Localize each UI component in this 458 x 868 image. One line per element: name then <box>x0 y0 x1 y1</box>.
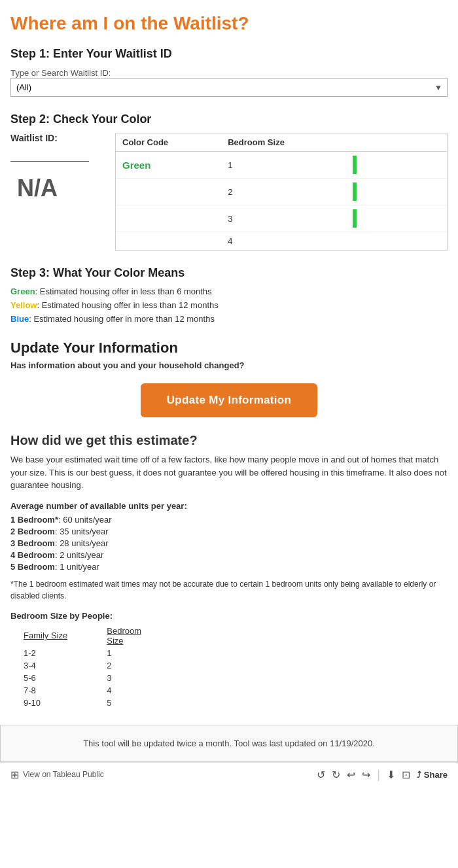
bar-cell <box>346 152 377 179</box>
family-size-header: Family Size <box>10 625 67 647</box>
empty-col2 <box>400 133 423 152</box>
color-bar-indicator <box>353 156 357 174</box>
bedroom-size-cell: 2 <box>67 659 141 672</box>
color-meaning-item: Yellow: Estimated housing offer in less … <box>10 300 448 310</box>
bedroom-size-cell: 3 <box>67 672 141 684</box>
estimate-heading: How did we get this estimate? <box>10 433 448 448</box>
bedroom-table: Family Size Bedroom Size 1-2 1 3-4 2 5-6… <box>10 625 141 709</box>
update-section: Update Your Information Has information … <box>10 339 448 417</box>
unit-item: 1 Bedroom*: 60 units/year <box>10 515 448 525</box>
bedroom-table-row: 1-2 1 <box>10 647 141 659</box>
step3-heading: Step 3: What Your Color Means <box>10 266 448 280</box>
family-size-cell: 3-4 <box>10 659 67 672</box>
bedroom-table-row: 9-10 5 <box>10 697 141 709</box>
empty-td2 <box>400 205 423 232</box>
share-icon: ⤴ <box>417 770 421 780</box>
avg-units-heading: Average number of available units per ye… <box>10 501 448 511</box>
unit-label: 4 Bedroom <box>10 550 55 560</box>
share-label: Share <box>424 770 448 780</box>
empty-td1 <box>377 232 400 251</box>
color-table-wrapper: Color Code Bedroom Size Green 1 2 <box>115 133 448 251</box>
empty-td3 <box>423 232 447 251</box>
download-icon[interactable]: ⬇ <box>387 769 395 781</box>
bedroom-size-cell: 3 <box>221 205 346 232</box>
bedroom-size-header: Bedroom Size <box>221 133 346 152</box>
empty-td2 <box>400 179 423 205</box>
divider-icon: | <box>377 768 380 782</box>
empty-td3 <box>423 179 447 205</box>
unit-value: : 60 units/year <box>58 515 112 525</box>
family-size-cell: 7-8 <box>10 684 67 697</box>
color-meanings: Green: Estimated housing offer in less t… <box>10 286 448 324</box>
empty-col3 <box>423 133 447 152</box>
redo-icon[interactable]: ↻ <box>332 769 340 781</box>
na-display: N/A <box>17 175 115 202</box>
step2-section: Step 2: Check Your Color Waitlist ID: N/… <box>10 113 448 251</box>
color-table-row: 4 <box>116 232 447 251</box>
unit-value: : 2 units/year <box>55 550 103 560</box>
unit-item: 5 Bedroom: 1 unit/year <box>10 562 448 572</box>
bedroom-size-cell: 5 <box>67 697 141 709</box>
undo-icon[interactable]: ↺ <box>317 769 325 781</box>
tableau-public-label[interactable]: View on Tableau Public <box>23 770 104 779</box>
step1-heading: Step 1: Enter Your Waitlist ID <box>10 47 448 61</box>
waitlist-id-type-label: Type or Search Waitlist ID: <box>10 68 111 78</box>
step2-heading: Step 2: Check Your Color <box>10 113 448 126</box>
unit-label: 5 Bedroom <box>10 562 55 572</box>
color-desc-green: : Estimated housing offer in less than 6… <box>35 286 212 296</box>
unit-value: : 1 unit/year <box>55 562 99 572</box>
color-table-row: Green 1 <box>116 152 447 179</box>
waitlist-select[interactable]: (All) <box>10 78 448 97</box>
color-label-green: Green <box>10 286 35 296</box>
unit-list: 1 Bedroom*: 60 units/year2 Bedroom: 35 u… <box>10 515 448 572</box>
waitlist-select-wrapper[interactable]: (All) ▼ <box>10 78 448 97</box>
color-meaning-item: Blue: Estimated housing offer in more th… <box>10 314 448 324</box>
estimate-description: We base your estimated wait time off of … <box>10 453 448 492</box>
empty-td2 <box>400 232 423 251</box>
tableau-bar-left: ⊞ View on Tableau Public <box>10 769 104 781</box>
unit-label: 3 Bedroom <box>10 538 55 548</box>
empty-td1 <box>377 179 400 205</box>
empty-td3 <box>423 152 447 179</box>
bedroom-size-cell: 1 <box>67 647 141 659</box>
unit-label: 1 Bedroom* <box>10 515 58 525</box>
unit-item: 3 Bedroom: 28 units/year <box>10 538 448 548</box>
family-size-cell: 5-6 <box>10 672 67 684</box>
bedroom-heading: Bedroom Size by People: <box>10 611 448 621</box>
back-icon[interactable]: ↩ <box>347 769 355 781</box>
color-code-cell <box>116 232 221 251</box>
bedroom-table-row: 3-4 2 <box>10 659 141 672</box>
tableau-bar: ⊞ View on Tableau Public ↺ ↻ ↩ ↪ | ⬇ ⊡ ⤴… <box>0 762 458 787</box>
bedroom-size-cell: 1 <box>221 152 346 179</box>
bedroom-size-header2: Bedroom Size <box>67 625 141 647</box>
footer-box: This tool will be updated twice a month.… <box>0 725 458 762</box>
empty-td2 <box>400 152 423 179</box>
bedroom-table-row: 7-8 4 <box>10 684 141 697</box>
update-heading: Update Your Information <box>10 339 448 356</box>
color-bar-indicator <box>353 182 357 201</box>
estimate-section: How did we get this estimate? We base yo… <box>10 433 448 709</box>
unit-value: : 28 units/year <box>55 538 109 548</box>
color-desc-blue: : Estimated housing offer in more than 1… <box>29 314 215 324</box>
waitlist-id-line <box>10 148 89 162</box>
empty-td1 <box>377 205 400 232</box>
expand-icon[interactable]: ⊡ <box>402 769 410 781</box>
color-table-row: 2 <box>116 179 447 205</box>
update-subtext: Has information about you and your house… <box>10 360 448 370</box>
update-my-information-button[interactable]: Update My Information <box>141 383 317 417</box>
color-desc-yellow: : Estimated housing offer in less than 1… <box>37 300 218 310</box>
color-label-blue: Blue <box>10 314 29 324</box>
empty-td3 <box>423 205 447 232</box>
share-button[interactable]: ⤴ Share <box>417 770 448 780</box>
footnote: *The 1 bedroom estimated wait times may … <box>10 578 448 602</box>
color-code-cell <box>116 205 221 232</box>
tableau-bar-icons: ↺ ↻ ↩ ↪ | ⬇ ⊡ ⤴ Share <box>317 768 448 782</box>
color-table-row: 3 <box>116 205 447 232</box>
tableau-logo-icon: ⊞ <box>10 769 19 781</box>
family-size-cell: 9-10 <box>10 697 67 709</box>
empty-td1 <box>377 152 400 179</box>
waitlist-id-label: Waitlist ID: <box>10 133 115 143</box>
empty-col1 <box>377 133 400 152</box>
forward-icon[interactable]: ↪ <box>362 769 370 781</box>
color-meaning-item: Green: Estimated housing offer in less t… <box>10 286 448 296</box>
